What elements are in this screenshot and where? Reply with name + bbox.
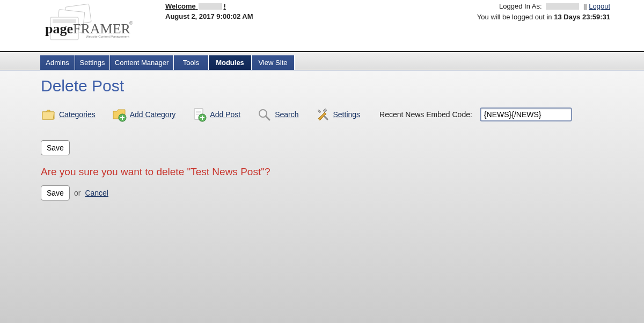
page-plus-icon — [192, 107, 207, 122]
nav-admins[interactable]: Admins — [40, 55, 75, 70]
tool-add-category[interactable]: Add Category — [112, 107, 176, 122]
nav-settings[interactable]: Settings — [75, 55, 110, 70]
welcome-prefix: Welcome — [165, 2, 196, 10]
content-area: Delete Post Categories Add Category — [0, 70, 644, 323]
logo-graphic: pageFRAMER Website Content Management ® — [42, 3, 133, 47]
welcome-line: Welcome ! — [165, 2, 253, 10]
nav-content-manager[interactable]: Content Manager — [110, 55, 174, 70]
main-nav: AdminsSettingsContent ManagerToolsModule… — [40, 55, 644, 70]
save-button-bottom[interactable]: Save — [41, 185, 70, 200]
nav-tools[interactable]: Tools — [174, 55, 209, 70]
search-icon — [257, 107, 272, 122]
cancel-link[interactable]: Cancel — [85, 189, 108, 197]
search-link[interactable]: Search — [275, 110, 298, 119]
svg-text:®: ® — [129, 20, 133, 26]
svg-text:pageFRAMER: pageFRAMER — [45, 21, 131, 37]
countdown-label: You will be logged out in — [477, 13, 554, 21]
countdown-value: 13 Days 23:59:31 — [554, 13, 610, 21]
or-label: or — [74, 189, 80, 197]
tool-add-post[interactable]: Add Post — [192, 107, 240, 122]
add-category-link[interactable]: Add Category — [130, 110, 176, 119]
embed-code-input[interactable] — [480, 107, 572, 121]
tool-categories[interactable]: Categories — [41, 107, 96, 122]
tool-settings[interactable]: Settings — [315, 107, 361, 122]
session-countdown: You will be logged out in 13 Days 23:59:… — [477, 12, 610, 23]
logged-in-sep: || — [583, 2, 589, 10]
tools-icon — [315, 107, 330, 122]
main-nav-bar: AdminsSettingsContent ManagerToolsModule… — [0, 51, 644, 70]
welcome-username-redacted — [199, 3, 222, 10]
nav-view-site[interactable]: View Site — [252, 55, 295, 70]
nav-modules[interactable]: Modules — [209, 55, 252, 70]
folder-plus-icon — [112, 107, 127, 122]
embed-label: Recent News Embed Code: — [379, 110, 472, 119]
folder-icon — [41, 107, 56, 122]
app-logo: pageFRAMER Website Content Management ® — [42, 3, 133, 49]
logo-word-framer: FRAMER — [73, 21, 131, 37]
logged-in-user-redacted — [546, 3, 579, 10]
categories-link[interactable]: Categories — [59, 110, 96, 119]
page-title: Delete Post — [41, 77, 644, 95]
logged-in-prefix: Logged In As: — [499, 2, 542, 10]
welcome-suffix: ! — [223, 2, 225, 10]
app-header: pageFRAMER Website Content Management ® … — [0, 0, 644, 51]
module-toolbar: Categories Add Category Add Post — [41, 107, 644, 122]
logo-tagline: Website Content Management — [86, 35, 129, 38]
session-block: Logged In As: || Logout You will be logg… — [477, 1, 610, 22]
save-button-top[interactable]: Save — [41, 140, 70, 155]
delete-confirm-text: Are you sure you want to delete "Test Ne… — [41, 166, 644, 178]
welcome-block: Welcome ! August 2, 2017 9:00:02 AM — [165, 2, 253, 20]
header-date: August 2, 2017 9:00:02 AM — [165, 12, 253, 20]
logo-word-page: page — [45, 21, 73, 37]
add-post-link[interactable]: Add Post — [210, 110, 240, 119]
logout-link[interactable]: Logout — [589, 2, 610, 10]
settings-link[interactable]: Settings — [333, 110, 361, 119]
tool-search[interactable]: Search — [257, 107, 298, 122]
